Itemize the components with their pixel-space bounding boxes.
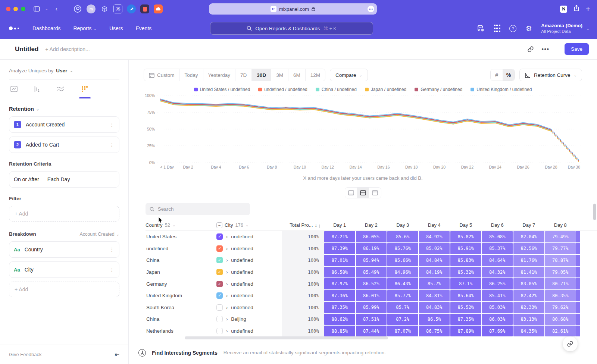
retention-value-cell[interactable]: 85.08% xyxy=(482,231,513,242)
range-yesterday[interactable]: Yesterday xyxy=(203,69,236,81)
expand-row-icon[interactable]: › xyxy=(226,281,228,287)
retention-value-cell[interactable]: 86.58% xyxy=(324,267,355,278)
retention-value-cell[interactable]: 85.94% xyxy=(356,255,387,266)
retention-value-cell[interactable]: 85.7% xyxy=(387,302,418,313)
retention-line-chart[interactable] xyxy=(157,95,582,163)
address-bar[interactable]: mixpanel.com ••• xyxy=(209,3,377,15)
retention-value-cell[interactable]: 86.43% xyxy=(387,278,418,289)
retention-value-cell[interactable]: 82.42% xyxy=(513,290,544,301)
absolute-mode-button[interactable]: # xyxy=(491,69,503,81)
retention-value-cell[interactable]: 85.66% xyxy=(387,255,418,266)
retention-step-1[interactable]: 1 Account Created ⋮ xyxy=(9,116,119,133)
expand-row-icon[interactable]: › xyxy=(226,305,228,310)
retention-value-cell[interactable]: 82.04% xyxy=(513,231,544,242)
sidebar-toggle-icon[interactable] xyxy=(34,6,40,12)
expand-row-icon[interactable]: › xyxy=(226,269,228,275)
nav-events[interactable]: Events xyxy=(135,25,151,31)
retention-value-cell[interactable]: 86.5% xyxy=(419,314,450,325)
day-column-header[interactable]: Day 8 xyxy=(545,222,576,228)
expand-row-icon[interactable]: › xyxy=(226,234,228,239)
retention-value-cell[interactable]: 81.76% xyxy=(513,255,544,266)
retention-value-cell[interactable]: 86.52% xyxy=(356,278,387,289)
retention-value-cell[interactable]: 88.85% xyxy=(324,326,355,337)
copy-link-icon[interactable] xyxy=(527,46,534,53)
range-30d[interactable]: 30D xyxy=(252,69,271,81)
retention-value-cell[interactable]: 87.69% xyxy=(482,326,513,337)
notion-extension-icon[interactable]: N xyxy=(560,6,567,13)
day-column-header[interactable]: Day 6 xyxy=(482,222,513,228)
new-tab-icon[interactable]: + xyxy=(586,4,590,13)
help-icon[interactable]: ? xyxy=(509,25,516,32)
mixpanel-logo-icon[interactable] xyxy=(9,26,19,30)
kebab-menu-icon[interactable]: ⋮ xyxy=(109,267,115,273)
range-custom[interactable]: Custom xyxy=(144,69,180,81)
retention-value-cell[interactable]: 85.52% xyxy=(450,302,481,313)
retention-value-cell[interactable]: 87.21% xyxy=(324,231,355,242)
legend-item[interactable]: China / undefined xyxy=(316,87,357,92)
chart-type-selector[interactable]: Retention Curve⌄ xyxy=(519,69,582,81)
retention-value-cell[interactable]: 85.82% xyxy=(450,231,481,242)
share-link-fab[interactable] xyxy=(563,336,578,351)
vertical-scrollbar[interactable] xyxy=(593,204,596,220)
retention-value-cell[interactable]: 85.37% xyxy=(482,243,513,254)
tab-insights[interactable] xyxy=(10,86,18,98)
apps-grid-icon[interactable] xyxy=(493,24,501,32)
retention-value-cell[interactable]: 87.35% xyxy=(450,314,481,325)
row-checkbox[interactable]: ✓ xyxy=(216,281,223,287)
retention-value-cell[interactable]: 78.87% xyxy=(545,255,576,266)
row-checkbox[interactable]: ✓ xyxy=(216,269,223,275)
project-switcher[interactable]: Amazonia {Demo} All Project Data ⌄ xyxy=(541,23,590,34)
row-checkbox[interactable]: ✓ xyxy=(216,245,223,252)
retention-value-cell[interactable]: 87.07% xyxy=(387,326,418,337)
day-column-header[interactable]: Day 5 xyxy=(450,222,482,228)
retention-value-cell[interactable]: 85.32% xyxy=(450,267,481,278)
table-search[interactable] xyxy=(146,203,250,215)
retention-section-title[interactable]: Retention xyxy=(9,106,34,112)
day-column-header[interactable]: Day 1 xyxy=(324,222,356,228)
compare-button[interactable]: Compare⌄ xyxy=(330,69,368,81)
retention-value-cell[interactable]: 84.96% xyxy=(387,267,418,278)
retention-value-cell[interactable]: 79.62% xyxy=(545,302,576,313)
breakdown-city[interactable]: Aa City ⋮ xyxy=(9,261,119,278)
retention-value-cell[interactable]: 87.35% xyxy=(324,302,355,313)
retention-value-cell[interactable]: 84.84% xyxy=(419,255,450,266)
retention-value-cell[interactable]: 83.05% xyxy=(513,278,544,289)
retention-value-cell[interactable]: 80.68% xyxy=(545,314,576,325)
retention-value-cell[interactable]: 82.56% xyxy=(513,243,544,254)
retention-value-cell[interactable]: 80.35% xyxy=(545,290,576,301)
retention-value-cell[interactable]: 85.91% xyxy=(450,243,481,254)
legend-item[interactable]: United States / undefined xyxy=(194,87,250,92)
retention-value-cell[interactable]: 85.83% xyxy=(450,255,481,266)
retention-value-cell[interactable]: 86.19% xyxy=(356,243,387,254)
horizontal-scrollbar[interactable] xyxy=(185,336,388,339)
retention-value-cell[interactable]: 85.77% xyxy=(387,290,418,301)
day-column-header[interactable]: Day 4 xyxy=(419,222,450,228)
range-3m[interactable]: 3M xyxy=(271,69,288,81)
retention-value-cell[interactable]: 88.62% xyxy=(324,314,355,325)
retention-value-cell[interactable]: 84.19% xyxy=(419,267,450,278)
retention-value-cell[interactable]: 86.03% xyxy=(482,314,513,325)
percent-mode-button[interactable]: % xyxy=(503,69,515,81)
add-breakdown-button[interactable]: + Add xyxy=(9,282,119,297)
retention-value-cell[interactable]: 85.7% xyxy=(419,278,450,289)
retention-value-cell[interactable]: 79.05% xyxy=(545,267,576,278)
extension-icons[interactable]: m JS xyxy=(73,4,163,13)
legend-item[interactable]: United Kingdom / undefined xyxy=(471,87,532,92)
bird-icon[interactable] xyxy=(127,4,136,13)
split-view-icon[interactable] xyxy=(357,188,369,198)
retention-value-cell[interactable]: 81.41% xyxy=(513,267,544,278)
retention-value-cell[interactable]: 85.99% xyxy=(356,302,387,313)
legend-item[interactable]: Japan / undefined xyxy=(365,87,406,92)
retention-value-cell[interactable]: 85.49% xyxy=(356,267,387,278)
m-avatar-icon[interactable]: m xyxy=(87,4,96,13)
address-more-icon[interactable]: ••• xyxy=(368,6,374,12)
table-focus-view-icon[interactable] xyxy=(369,188,381,198)
retention-value-cell[interactable]: 86.75% xyxy=(419,326,450,337)
tab-overview-caret-icon[interactable]: ⌄ xyxy=(45,7,48,11)
country-column-header[interactable]: Country52⌄ xyxy=(146,222,216,228)
cube-icon[interactable] xyxy=(100,4,109,13)
retention-value-cell[interactable]: 84.92% xyxy=(419,231,450,242)
table-search-input[interactable] xyxy=(158,206,246,212)
criteria-condition[interactable]: On or After xyxy=(14,176,39,182)
expand-row-icon[interactable]: › xyxy=(226,328,228,334)
